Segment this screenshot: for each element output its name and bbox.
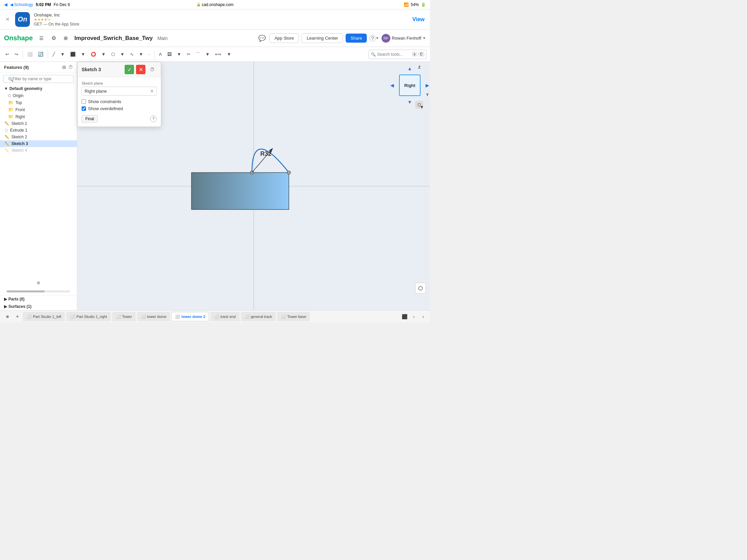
comment-btn[interactable]: 💬	[257, 33, 267, 43]
line-dropdown-btn[interactable]: ▼	[58, 49, 67, 60]
help-chevron-icon[interactable]: ▼	[376, 36, 379, 40]
search-tools-input[interactable]	[377, 52, 411, 57]
tab-icon-4: ⬜	[175, 314, 180, 319]
user-area[interactable]: RF Rowan Fenhoff ▼	[382, 34, 426, 43]
tab-tower-base[interactable]: ⬜ Tower base	[277, 312, 310, 321]
tab-general-track[interactable]: ⬜ general track	[241, 312, 276, 321]
tab-label-2: Tower	[122, 315, 132, 319]
list-icon-btn[interactable]: ≡	[34, 278, 43, 288]
undo-btn[interactable]: ↩	[3, 49, 11, 60]
point-btn[interactable]: ·	[147, 49, 152, 60]
add-to-feature-btn[interactable]: ⊞	[62, 64, 66, 70]
banner-logo-text: On	[18, 16, 27, 23]
top-item[interactable]: 📁 Top	[0, 99, 77, 106]
schoology-label[interactable]: ◀ Schoology	[10, 2, 33, 7]
banner-view-button[interactable]: View	[412, 17, 424, 23]
dialog-ok-button[interactable]: ✓	[125, 65, 134, 74]
sketch2-item[interactable]: ✏️ Sketch 2	[0, 134, 77, 140]
spline-btn[interactable]: ∿	[128, 49, 136, 60]
app-store-button[interactable]: App Store	[269, 33, 299, 43]
show-overdefined-checkbox[interactable]	[82, 106, 86, 111]
origin-item[interactable]: Origin	[0, 92, 77, 99]
share-button[interactable]: Share	[345, 33, 367, 43]
battery-label: 54%	[411, 2, 419, 7]
sketch1-label: Sketch 1	[11, 121, 27, 126]
cube-chevron-btn[interactable]: ▼	[420, 105, 424, 109]
final-button[interactable]: Final	[82, 115, 98, 123]
front-item[interactable]: 📁 Front	[0, 106, 77, 113]
mirror-dropdown-btn[interactable]: ▼	[225, 49, 233, 60]
user-chevron-icon[interactable]: ▼	[422, 36, 426, 40]
sketch1-item[interactable]: ✏️ Sketch 1	[0, 120, 77, 127]
rect-btn[interactable]: ⬛	[68, 49, 78, 60]
tab-label-0: Part Studio 1_left	[33, 315, 61, 319]
learning-center-button[interactable]: Learning Center	[302, 33, 343, 43]
main-toolbar: Onshape ☰ ⚙ ⊕ Improved_Swrich_Base_Twy M…	[0, 30, 430, 47]
tab-track-end[interactable]: ⬜ track end	[210, 312, 239, 321]
tab-icon-6: ⬜	[244, 314, 250, 319]
parts-section[interactable]: ▶ Parts (0)	[0, 295, 77, 303]
sketch3-icon: ✏️	[5, 142, 9, 146]
sketch3-item[interactable]: ✏️ Sketch 3	[0, 140, 77, 147]
fillet-dropdown-btn[interactable]: ▼	[204, 49, 212, 60]
tab-nav-overflow-btn[interactable]: ⬛	[401, 313, 408, 321]
search-tools-icon: 🔍	[371, 52, 376, 57]
circle-dropdown-btn[interactable]: ▼	[99, 49, 108, 60]
dialog-history-button[interactable]: ⏱	[148, 65, 157, 74]
cube-right-arrow[interactable]: ▶	[426, 83, 429, 88]
add-feature-btn[interactable]: ⊕	[61, 33, 71, 43]
cube-right-label[interactable]: Right	[399, 75, 420, 96]
image-dropdown-btn[interactable]: ▼	[175, 49, 183, 60]
trim-btn[interactable]: ✂	[185, 49, 192, 60]
help-button[interactable]: ? ▼	[369, 33, 379, 43]
copy-btn[interactable]: ⬜	[25, 49, 34, 60]
bottom-add-tab-btn[interactable]: +	[13, 312, 22, 321]
rect-dropdown-btn[interactable]: ▼	[79, 49, 87, 60]
spline-dropdown-btn[interactable]: ▼	[137, 49, 146, 60]
horizontal-scrollbar[interactable]	[7, 290, 70, 292]
tab-part-studio-1-right[interactable]: ⬜ Part Studio 1_right	[66, 312, 110, 321]
sketch4-item[interactable]: ✏️ Sketch 4	[0, 147, 77, 154]
default-geometry-section[interactable]: ▼ Default geometry	[0, 85, 77, 92]
line-btn[interactable]: ╱	[50, 49, 57, 60]
surfaces-label: Surfaces (1)	[8, 304, 31, 309]
cube-bottom-arrow[interactable]: ▼	[407, 99, 412, 105]
tab-part-studio-1-left[interactable]: ⬜ Part Studio 1_left	[23, 312, 65, 321]
hamburger-menu-btn[interactable]: ☰	[37, 33, 46, 43]
tab-tower-dome-2[interactable]: ⬜ tower dome 2	[171, 312, 209, 321]
surfaces-section[interactable]: ▶ Surfaces (1)	[0, 303, 77, 310]
tab-nav-left-btn[interactable]: ‹	[410, 313, 418, 321]
filter-input[interactable]	[3, 75, 74, 83]
feature-history-btn[interactable]: ⏱	[68, 64, 73, 70]
orbit-btn[interactable]: 🔄	[36, 49, 45, 60]
svg-rect-0	[191, 172, 289, 210]
circle-btn[interactable]: ⭕	[89, 49, 98, 60]
feature-settings-btn[interactable]: ⚙	[49, 33, 58, 43]
banner-close-btn[interactable]: ✕	[5, 16, 10, 23]
show-constraints-checkbox[interactable]	[82, 99, 86, 104]
polygon-dropdown-btn[interactable]: ▼	[118, 49, 127, 60]
right-item[interactable]: 📁 Right	[0, 113, 77, 120]
cube-left-arrow[interactable]: ◀	[390, 83, 394, 88]
redo-btn[interactable]: ↪	[12, 49, 20, 60]
fillet-btn[interactable]: ⌒	[194, 49, 202, 60]
bottom-settings-btn[interactable]: ≡	[3, 312, 12, 321]
tab-nav-right-btn[interactable]: ›	[419, 313, 427, 321]
dialog-body: Sketch plane Right plane ✕ Show constrai…	[78, 77, 161, 127]
3d-view-btn[interactable]: ⬡	[415, 283, 426, 293]
tab-tower-dome[interactable]: ⬜ tower dome	[137, 312, 170, 321]
help-circle-button[interactable]: ?	[150, 115, 157, 122]
polygon-btn[interactable]: ⬠	[109, 49, 117, 60]
plane-clear-icon[interactable]: ✕	[150, 89, 154, 94]
cube-top-arrow[interactable]: ▲	[407, 66, 412, 71]
tab-tower[interactable]: ⬜ Tower	[112, 312, 136, 321]
extrude1-item[interactable]: ⬡ Extrude 1	[0, 127, 77, 134]
image-btn[interactable]: 🖼	[165, 49, 174, 60]
scrollbar-thumb[interactable]	[7, 290, 45, 292]
dialog-cancel-button[interactable]: ✕	[136, 65, 146, 74]
tab-label-5: track end	[220, 315, 235, 319]
mirror-btn[interactable]: ⟺	[213, 49, 223, 60]
text-btn[interactable]: A	[157, 49, 164, 60]
back-arrow[interactable]: ◀	[4, 2, 7, 7]
show-constraints-row: Show constraints	[82, 99, 157, 104]
